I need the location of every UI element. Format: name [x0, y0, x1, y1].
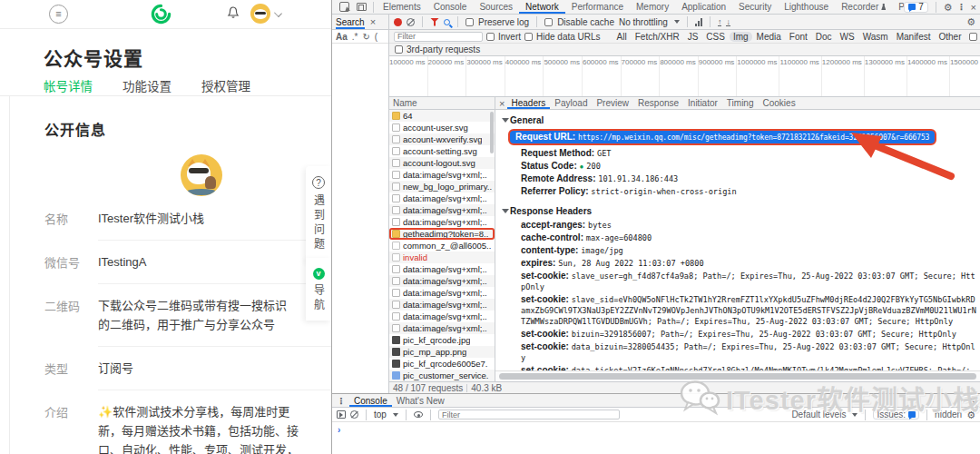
clear-console-icon[interactable] [350, 410, 358, 419]
record-network-log-icon[interactable] [394, 18, 402, 26]
request-row[interactable]: data:image/svg+xml;.. [389, 263, 495, 275]
resource-type-chip[interactable]: Doc [812, 32, 836, 42]
request-row[interactable]: account-wxverify.svg [389, 133, 495, 145]
console-settings-gear-icon[interactable]: ⚙ [966, 410, 975, 419]
console-tab[interactable]: What's New [392, 394, 449, 407]
wechat-mp-logo-icon[interactable] [151, 4, 172, 25]
export-har-icon[interactable]: ↓ [726, 18, 730, 26]
detail-tab[interactable]: Cookies [759, 97, 800, 109]
resource-type-chip[interactable]: CSS [702, 32, 729, 42]
request-row[interactable]: common_z_@all6005.. [389, 240, 495, 252]
devtools-tab[interactable]: Recorder [835, 0, 892, 14]
resource-type-chip[interactable]: Wasm [859, 32, 892, 42]
request-row[interactable]: data:image/svg+xml;.. [389, 204, 495, 216]
devtools-tab[interactable]: Console [427, 0, 474, 14]
request-row[interactable]: data:image/svg+xml;.. [389, 287, 495, 299]
request-row[interactable]: data:image/svg+xml;.. [389, 169, 495, 181]
devtools-tab[interactable]: Lighthouse [778, 0, 835, 14]
network-conditions-icon[interactable] [695, 18, 702, 26]
detail-tab[interactable]: Initiator [683, 97, 722, 109]
close-search-icon[interactable]: × [370, 16, 376, 27]
import-har-icon[interactable]: ↑ [718, 18, 722, 26]
invert-checkbox[interactable] [486, 33, 495, 41]
execution-context-select[interactable]: top [374, 410, 387, 419]
settings-gear-icon[interactable]: ⚙ [944, 3, 953, 12]
request-row[interactable]: pic_customer_service. [389, 370, 495, 381]
request-row[interactable]: data:image/svg+xml;.. [389, 299, 495, 311]
request-row[interactable]: invalid [389, 252, 495, 263]
has-blocked-cookies-checkbox[interactable] [969, 33, 977, 41]
devtools-tab[interactable]: Network [519, 0, 565, 14]
third-party-checkbox[interactable] [395, 45, 403, 54]
request-row[interactable]: data:image/svg+xml;.. [389, 322, 495, 334]
request-row[interactable]: new_bg_logo_primary.. [389, 181, 495, 192]
inspect-element-icon[interactable] [339, 2, 349, 12]
close-drawer-icon[interactable]: × [970, 395, 975, 406]
devtools-tab[interactable]: Elements [377, 0, 427, 14]
public-account-avatar[interactable] [181, 154, 222, 196]
request-row[interactable]: getheadimg?token=8.. [389, 228, 495, 240]
console-sidebar-icon[interactable] [337, 410, 346, 419]
request-row[interactable]: pic_kf_qrcode.jpg [389, 334, 495, 346]
network-settings-gear-icon[interactable]: ⚙ [966, 17, 975, 26]
request-row[interactable]: pic_kf_qrcode6005e7. [389, 358, 495, 370]
close-detail-icon[interactable]: × [499, 98, 505, 109]
request-row[interactable]: 64 [389, 110, 495, 122]
notification-bell-icon[interactable] [226, 5, 240, 20]
console-prompt[interactable]: › [332, 422, 980, 454]
request-row[interactable]: account-logout.svg [389, 157, 495, 169]
request-row[interactable]: data:image/svg+xml;.. [389, 275, 495, 287]
devtools-tab[interactable]: Security [732, 0, 778, 14]
console-tab[interactable]: Console [349, 394, 392, 407]
console-filter-input[interactable] [438, 410, 620, 419]
issues-badge[interactable]: 7 [904, 2, 928, 13]
throttling-select[interactable]: No throttling [619, 17, 668, 27]
request-list-header[interactable]: Name [389, 97, 495, 110]
resource-type-chip[interactable]: Img [730, 32, 752, 42]
resource-type-chip[interactable]: Manifest [893, 32, 935, 42]
detail-horizontal-scrollbar[interactable] [495, 370, 980, 381]
scrollbar-thumb[interactable] [499, 373, 976, 380]
drawer-kebab-icon[interactable]: ⋮ [337, 396, 346, 406]
detail-tab[interactable]: Headers [507, 97, 551, 109]
devtools-tab[interactable]: Memory [630, 0, 675, 14]
resource-type-chip[interactable]: Other [935, 32, 965, 42]
regex-icon[interactable]: .* [352, 32, 358, 42]
issues-chip[interactable]: Issues: [873, 410, 919, 419]
preserve-log-checkbox[interactable] [466, 18, 474, 26]
request-list-scrollbar[interactable] [490, 112, 494, 153]
devtools-tab[interactable]: Performance [565, 0, 630, 14]
detail-tab[interactable]: Payload [550, 97, 592, 109]
request-row[interactable]: data:image/svg+xml;.. [389, 216, 495, 228]
resource-type-chip[interactable]: All [613, 32, 631, 42]
network-filter-input[interactable] [394, 32, 483, 42]
search-tab[interactable]: Search [336, 15, 365, 29]
resource-type-chip[interactable]: JS [684, 32, 702, 42]
clear-search-icon[interactable]: ( [375, 32, 377, 42]
match-case-icon[interactable]: Aa [336, 32, 348, 42]
search-results-area[interactable] [332, 44, 388, 393]
hide-data-urls-checkbox[interactable] [524, 33, 533, 41]
live-expression-eye-icon[interactable] [414, 411, 423, 418]
resource-type-chip[interactable]: WS [837, 32, 858, 42]
detail-tab[interactable]: Timing [722, 97, 759, 109]
account-avatar[interactable] [250, 4, 270, 24]
kebab-menu-icon[interactable]: ⋮ [957, 2, 966, 12]
request-row[interactable]: pic_mp_app.png [389, 346, 495, 358]
devtools-tab[interactable]: Performance insights [892, 0, 904, 14]
resource-type-chip[interactable]: Fetch/XHR [632, 32, 683, 42]
devtools-tab[interactable]: Sources [473, 0, 519, 14]
request-row[interactable]: data:image/svg+xml;.. [389, 192, 495, 204]
response-headers-section-title[interactable]: Response Headers [501, 203, 980, 219]
help-widget[interactable]: ? 遇到问题 [306, 166, 331, 262]
resource-type-chip[interactable]: Media [753, 32, 785, 42]
device-toolbar-icon[interactable] [357, 3, 367, 11]
refresh-icon[interactable]: ↻ [362, 32, 369, 42]
filter-funnel-icon[interactable] [430, 18, 439, 26]
nav-widget[interactable]: v 导航 [306, 258, 331, 321]
devtools-tab[interactable]: Application [675, 0, 732, 14]
resource-type-chip[interactable]: Font [786, 32, 811, 42]
timeline-ruler[interactable]: 100000 ms200000 ms300000 ms400000 ms5000… [389, 56, 980, 97]
account-chevron-down-icon[interactable] [274, 9, 282, 17]
detail-tab[interactable]: Preview [592, 97, 633, 109]
